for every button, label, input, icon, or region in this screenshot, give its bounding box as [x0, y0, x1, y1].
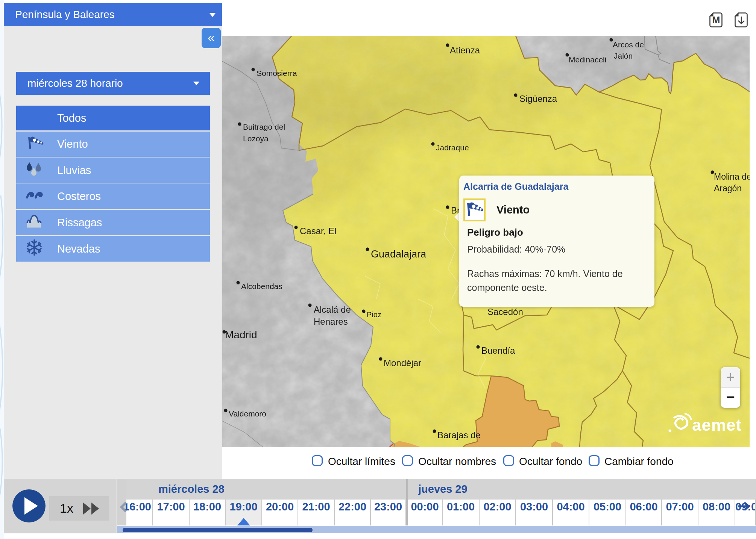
svg-text:Medinaceli: Medinaceli — [569, 55, 606, 64]
svg-text:Lozoya: Lozoya — [243, 134, 269, 143]
svg-text:Guadalajara: Guadalajara — [371, 248, 427, 260]
svg-text:Casar, El: Casar, El — [300, 226, 336, 236]
svg-text:Molina de: Molina de — [714, 172, 750, 182]
svg-text:Sacedón: Sacedón — [487, 307, 523, 317]
svg-text:Sigüenza: Sigüenza — [519, 94, 557, 104]
svg-text:Mondéjar: Mondéjar — [384, 358, 421, 368]
svg-text:Atienza: Atienza — [450, 45, 480, 55]
svg-text:M: M — [712, 15, 720, 25]
svg-text:Buitrago del: Buitrago del — [243, 123, 285, 131]
svg-text:Buendía: Buendía — [481, 345, 515, 356]
svg-text:Alcobendas: Alcobendas — [241, 282, 282, 291]
svg-text:Valdemoro: Valdemoro — [229, 409, 266, 418]
svg-text:Pioz: Pioz — [367, 310, 381, 319]
svg-text:Arcos de: Arcos de — [613, 40, 644, 49]
svg-text:aemet: aemet — [692, 416, 742, 434]
svg-text:Somosierra: Somosierra — [257, 69, 297, 77]
svg-text:Madrid: Madrid — [225, 329, 257, 341]
svg-text:Jalón: Jalón — [614, 51, 633, 60]
svg-text:Henares: Henares — [314, 316, 348, 327]
svg-text:Aragón: Aragón — [714, 183, 742, 193]
svg-text:Barajas de: Barajas de — [437, 430, 481, 440]
svg-text:Alcalá de: Alcalá de — [314, 304, 351, 315]
svg-text:Jadraque: Jadraque — [436, 143, 469, 152]
